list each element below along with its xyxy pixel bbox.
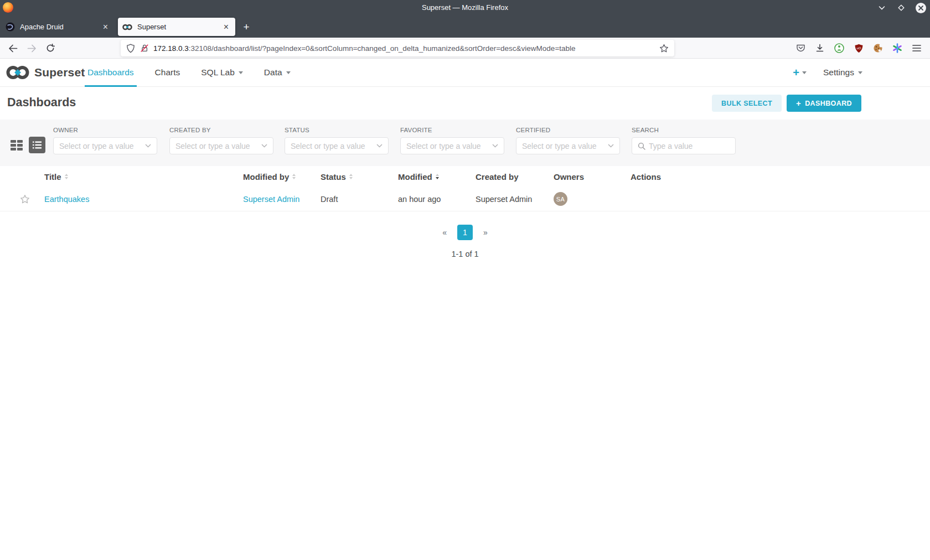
filter-created-by: CREATED BY — [169, 127, 273, 154]
column-header-title[interactable]: Title — [44, 172, 243, 182]
modified-by-link[interactable]: Superset Admin — [243, 195, 299, 204]
created-by-select[interactable] — [169, 137, 273, 154]
status-cell: Draft — [321, 195, 398, 204]
created-by-cell: Superset Admin — [476, 195, 554, 204]
column-header-modified[interactable]: Modified — [398, 172, 476, 182]
favorite-select[interactable] — [400, 137, 504, 154]
nav-item-data[interactable]: Data — [254, 59, 301, 86]
plus-icon: + — [796, 99, 801, 107]
nav-label: Dashboards — [87, 68, 134, 77]
owner-select-input[interactable] — [59, 142, 142, 151]
filter-certified: CERTIFIED — [516, 127, 620, 154]
window-close-icon[interactable] — [914, 2, 927, 14]
column-label: Actions — [631, 172, 661, 182]
filter-label: OWNER — [53, 127, 157, 133]
sort-desc-icon — [436, 174, 439, 179]
tab-close-icon[interactable]: × — [221, 22, 231, 32]
extension-cookie-icon[interactable] — [870, 40, 886, 56]
window-minimize-icon[interactable] — [876, 2, 888, 14]
tab-apache-druid[interactable]: Apache Druid × — [1, 18, 115, 36]
chevron-down-icon — [145, 144, 151, 148]
list-icon — [32, 141, 42, 149]
filter-label: CERTIFIED — [516, 127, 620, 133]
window-maximize-icon[interactable] — [895, 2, 907, 14]
settings-label: Settings — [823, 68, 854, 77]
certified-select-input[interactable] — [522, 142, 604, 151]
new-item-menu[interactable]: + — [793, 67, 807, 78]
nav-item-dashboards[interactable]: Dashboards — [77, 59, 144, 86]
pocket-icon[interactable] — [792, 40, 809, 56]
add-dashboard-button[interactable]: + DASHBOARD — [787, 95, 861, 112]
column-label: Modified — [398, 172, 432, 182]
table-header-row: Title Modified by Status Modified Create… — [0, 166, 930, 187]
favorite-star-icon[interactable] — [0, 194, 44, 204]
superset-logo-icon — [6, 65, 29, 80]
tab-close-icon[interactable]: × — [101, 22, 110, 32]
filter-label: FAVORITE — [400, 127, 504, 133]
header-buttons: BULK SELECT + DASHBOARD — [712, 95, 861, 112]
page-header: Dashboards BULK SELECT + DASHBOARD — [0, 87, 930, 120]
search-input[interactable] — [649, 142, 730, 151]
back-button[interactable] — [4, 40, 21, 56]
search-box[interactable] — [632, 137, 736, 154]
owner-avatar: SA — [554, 192, 567, 206]
column-header-status[interactable]: Status — [321, 172, 398, 182]
insecure-lock-icon[interactable] — [140, 44, 149, 53]
tracking-protection-shield-icon[interactable] — [126, 44, 135, 53]
list-view-toggle[interactable] — [29, 137, 45, 153]
filter-owner: OWNER — [53, 127, 157, 154]
chevron-down-icon — [802, 71, 807, 74]
bookmark-star-icon[interactable] — [659, 44, 669, 53]
superset-favicon — [122, 24, 132, 30]
settings-menu[interactable]: Settings — [823, 68, 862, 77]
window-controls — [876, 0, 927, 15]
chevron-down-icon — [286, 71, 291, 74]
reload-button[interactable] — [42, 40, 59, 56]
previous-page-button[interactable]: « — [440, 228, 449, 237]
status-select[interactable] — [285, 137, 389, 154]
modified-cell: an hour ago — [398, 195, 476, 204]
column-label: Status — [321, 172, 346, 182]
owner-select[interactable] — [53, 137, 157, 154]
dashboard-title-link[interactable]: Earthquakes — [44, 195, 89, 204]
pagination: « 1 » — [0, 225, 930, 240]
favorite-select-input[interactable] — [406, 142, 489, 151]
add-dashboard-label: DASHBOARD — [805, 100, 852, 107]
status-select-input[interactable] — [291, 142, 373, 151]
new-tab-button[interactable]: + — [239, 20, 254, 34]
svg-text:uO: uO — [856, 46, 861, 49]
extension-privacy-icon[interactable] — [831, 40, 848, 56]
filter-label: SEARCH — [632, 127, 736, 133]
nav-label: SQL Lab — [201, 68, 235, 77]
superset-logo[interactable]: Superset — [6, 59, 85, 86]
filter-favorite: FAVORITE — [400, 127, 504, 154]
next-page-button[interactable]: » — [481, 228, 490, 237]
downloads-icon[interactable] — [812, 40, 828, 56]
main-nav: Dashboards Charts SQL Lab Data — [77, 59, 301, 86]
extension-asterisk-icon[interactable] — [889, 40, 906, 56]
column-label: Title — [44, 172, 61, 182]
filter-bar: OWNER CREATED BY STATUS FAVORITE CERTIFI… — [0, 120, 930, 166]
nav-item-sql-lab[interactable]: SQL Lab — [190, 59, 254, 86]
tab-label: Superset — [137, 23, 221, 31]
card-view-toggle[interactable] — [9, 138, 24, 152]
chevron-down-icon — [608, 144, 614, 148]
superset-navbar: Superset Dashboards Charts SQL Lab Data … — [0, 59, 930, 87]
column-label: Created by — [476, 172, 519, 182]
column-header-modified-by[interactable]: Modified by — [243, 172, 321, 182]
forward-button[interactable] — [23, 40, 40, 56]
nav-item-charts[interactable]: Charts — [144, 59, 191, 86]
sort-icon — [292, 174, 296, 179]
column-header-owners: Owners — [554, 172, 631, 182]
grid-icon — [11, 140, 23, 151]
nav-label: Charts — [155, 68, 180, 77]
current-page-button[interactable]: 1 — [457, 225, 473, 240]
created-by-select-input[interactable] — [175, 142, 258, 151]
bulk-select-button[interactable]: BULK SELECT — [712, 95, 782, 112]
extension-ublock-icon[interactable]: uO — [850, 40, 867, 56]
tab-superset[interactable]: Superset × — [118, 18, 235, 36]
certified-select[interactable] — [516, 137, 620, 154]
row-count-summary: 1-1 of 1 — [0, 250, 930, 258]
hamburger-menu-icon[interactable] — [908, 40, 925, 56]
url-bar[interactable]: 172.18.0.3:32108/dashboard/list/?pageInd… — [121, 40, 674, 56]
